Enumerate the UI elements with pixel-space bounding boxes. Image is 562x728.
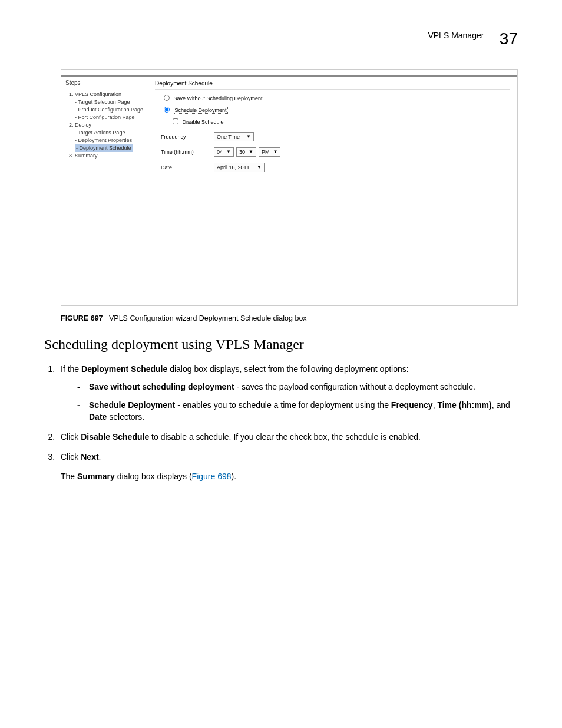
- option-desc: - saves the payload configuration withou…: [234, 382, 475, 391]
- term-disable-schedule: Disable Schedule: [81, 432, 149, 442]
- text: ).: [232, 472, 237, 481]
- wizard-screenshot: Steps 1. VPLS Configuration - Target Sel…: [61, 69, 518, 306]
- text: If the: [61, 364, 81, 374]
- step-2: Click Disable Schedule to disable a sche…: [57, 431, 518, 443]
- frequency-value: One Time: [217, 134, 240, 140]
- header-title: VPLS Manager: [428, 31, 484, 40]
- figure-698-link[interactable]: Figure 698: [192, 472, 232, 481]
- text: dialog box displays, select from the fol…: [167, 364, 408, 374]
- option-name: Schedule Deployment: [89, 400, 175, 410]
- minute-value: 30: [239, 149, 245, 155]
- text: to disable a schedule. If you clear the …: [149, 432, 421, 442]
- document-page: VPLS Manager 37 Steps 1. VPLS Configurat…: [0, 0, 562, 526]
- radio-save-label: Save Without Scheduling Deployment: [174, 95, 263, 101]
- option-name: Save without scheduling deployment: [89, 382, 234, 391]
- step-vpls-config: 1. VPLS Configuration: [69, 91, 146, 98]
- steps-sidebar: Steps 1. VPLS Configuration - Target Sel…: [64, 78, 146, 160]
- text: .: [99, 452, 101, 462]
- date-label: Date: [161, 164, 214, 170]
- step-deployment-schedule: - Deployment Schedule: [69, 144, 146, 152]
- date-row: Date April 18, 2011 ▼: [161, 163, 510, 172]
- step-3: Click Next. The Summary dialog box displ…: [57, 451, 518, 482]
- text: Click: [61, 452, 81, 462]
- step-port-config: - Port Configuration Page: [69, 114, 146, 121]
- step-target-actions: - Target Actions Page: [69, 129, 146, 137]
- selector-time: Time (hh:mm): [437, 400, 491, 410]
- radio-schedule-input[interactable]: [164, 107, 170, 113]
- minute-select[interactable]: 30 ▼: [236, 147, 256, 157]
- disable-schedule-label: Disable Schedule: [183, 119, 224, 125]
- radio-schedule-label: Schedule Deployment: [174, 107, 228, 114]
- checkbox-disable-schedule[interactable]: Disable Schedule: [170, 117, 510, 126]
- step-summary: 3. Summary: [69, 152, 146, 160]
- radio-save-without[interactable]: Save Without Scheduling Deployment: [161, 93, 510, 101]
- frequency-select[interactable]: One Time ▼: [214, 132, 254, 141]
- term-deployment-schedule: Deployment Schedule: [81, 364, 167, 374]
- figure-caption-text: VPLS Configuration wizard Deployment Sch…: [109, 314, 307, 322]
- selector-date: Date: [89, 412, 107, 421]
- text: Click: [61, 432, 81, 442]
- schedule-panel: Deployment Schedule Save Without Schedul…: [150, 78, 515, 303]
- text: , and: [492, 400, 510, 410]
- term-next: Next: [81, 452, 98, 462]
- text: dialog box displays (: [115, 472, 192, 481]
- date-value: April 18, 2011: [217, 164, 250, 170]
- step-1: If the Deployment Schedule dialog box di…: [57, 363, 518, 423]
- procedure-list: If the Deployment Schedule dialog box di…: [44, 363, 518, 482]
- time-label: Time (hh:mm): [161, 149, 214, 155]
- radio-save-input[interactable]: [164, 95, 170, 101]
- steps-heading: Steps: [64, 78, 146, 91]
- option-schedule-deployment: Schedule Deployment - enables you to sch…: [81, 399, 518, 423]
- hour-value: 04: [217, 149, 223, 155]
- ampm-select[interactable]: PM ▼: [259, 147, 280, 157]
- term-summary: Summary: [77, 472, 115, 481]
- text: The: [61, 472, 77, 481]
- options-list: Save without scheduling deployment - sav…: [61, 381, 518, 423]
- frequency-row: Frequency One Time ▼: [161, 132, 510, 141]
- ampm-value: PM: [262, 149, 270, 155]
- follow-text: The Summary dialog box displays (Figure …: [61, 470, 518, 482]
- time-row: Time (hh:mm) 04 ▼ 30 ▼ PM ▼: [161, 147, 510, 157]
- chevron-down-icon: ▼: [273, 150, 278, 154]
- disable-schedule-checkbox[interactable]: [173, 118, 178, 124]
- chevron-down-icon: ▼: [257, 165, 262, 170]
- figure-number: FIGURE 697: [61, 314, 103, 322]
- step-product-config: - Product Configuration Page: [69, 106, 146, 114]
- figure-caption: FIGURE 697 VPLS Configuration wizard Dep…: [61, 314, 518, 322]
- radio-schedule-deployment[interactable]: Schedule Deployment: [161, 105, 510, 113]
- date-select[interactable]: April 18, 2011 ▼: [214, 163, 265, 172]
- step-deployment-props: - Deployment Properties: [69, 137, 146, 144]
- hour-select[interactable]: 04 ▼: [214, 147, 234, 157]
- chevron-down-icon: ▼: [249, 150, 253, 154]
- selector-frequency: Frequency: [391, 400, 433, 410]
- step-target-selection: - Target Selection Page: [69, 98, 146, 106]
- text: selectors.: [107, 412, 144, 421]
- section-heading: Scheduling deployment using VPLS Manager: [44, 337, 518, 353]
- chevron-down-icon: ▼: [226, 150, 231, 154]
- text: - enables you to schedule a time for dep…: [175, 400, 391, 410]
- chapter-number: 37: [500, 29, 518, 48]
- page-header: VPLS Manager 37: [44, 29, 518, 51]
- divider: [61, 75, 517, 77]
- chevron-down-icon: ▼: [246, 134, 251, 139]
- frequency-label: Frequency: [161, 134, 214, 140]
- current-step-highlight: - Deployment Schedule: [75, 144, 133, 152]
- option-save-without: Save without scheduling deployment - sav…: [81, 381, 518, 393]
- panel-title: Deployment Schedule: [155, 80, 510, 90]
- steps-list: 1. VPLS Configuration - Target Selection…: [64, 91, 146, 160]
- step-deploy: 2. Deploy: [69, 121, 146, 129]
